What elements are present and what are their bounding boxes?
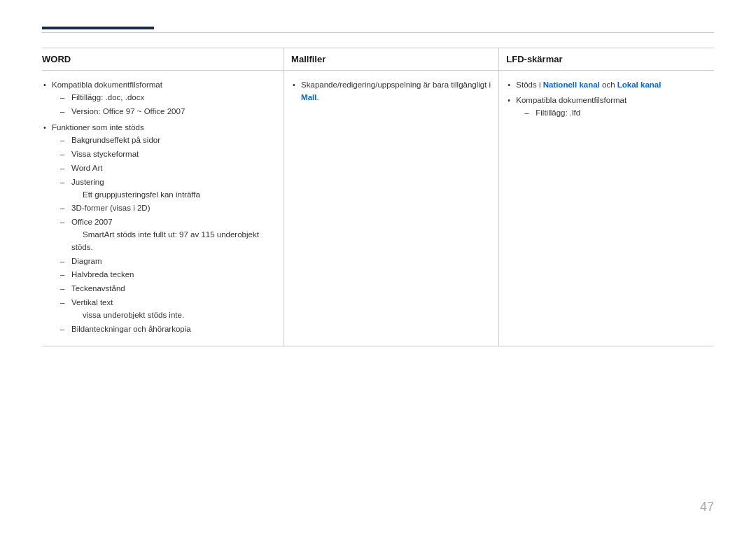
page: WORD Mallfiler LFD-skärmar Kompatibla do… bbox=[0, 0, 756, 534]
lfd-column-cell: Stöds i Nationell kanal och Lokal kanal … bbox=[499, 71, 714, 346]
page-number: 47 bbox=[700, 500, 714, 514]
word-dash-item-filtilagg: Filtillägg: .doc, .docx bbox=[60, 92, 276, 104]
word-dash-list-2: Bakgrundseffekt på sidor Vissa styckefor… bbox=[60, 134, 276, 335]
top-decorative-bar bbox=[42, 27, 154, 29]
lfd-bullet-item-1: Stöds i Nationell kanal och Lokal kanal bbox=[506, 79, 707, 92]
word-bullet-list: Kompatibla dokumentfilsformat Filtillägg… bbox=[42, 79, 276, 335]
mallfiler-bullet-item-1: Skapande/redigering/uppspelning är bara … bbox=[291, 79, 491, 104]
lfd-local-highlight: Lokal kanal bbox=[617, 80, 662, 89]
content-table: WORD Mallfiler LFD-skärmar Kompatibla do… bbox=[42, 48, 714, 346]
word-bullet-item-1: Kompatibla dokumentfilsformat Filtillägg… bbox=[42, 79, 276, 118]
word-dash-list-1: Filtillägg: .doc, .docx Version: Office … bbox=[60, 92, 276, 118]
lfd-dash-list: Filtillägg: .lfd bbox=[524, 107, 707, 120]
word-dash-item-version: Version: Office 97 ~ Office 2007 bbox=[60, 106, 276, 118]
mallfiler-column-cell: Skapande/redigering/uppspelning är bara … bbox=[284, 71, 499, 346]
lfd-national-highlight: Nationell kanal bbox=[543, 80, 600, 89]
table-row: Kompatibla dokumentfilsformat Filtillägg… bbox=[42, 71, 714, 346]
mallfiler-bullet-list: Skapande/redigering/uppspelning är bara … bbox=[291, 79, 491, 104]
lfd-och: och bbox=[600, 80, 617, 89]
word-dash-bakgrund: Bakgrundseffekt på sidor bbox=[60, 134, 276, 147]
word-dash-diagram: Diagram bbox=[60, 255, 276, 268]
word-dash-justering-sub: Ett gruppjusteringsfel kan inträffa bbox=[71, 190, 200, 199]
word-dash-3d: 3D-former (visas i 2D) bbox=[60, 202, 276, 215]
lfd-bullet-item-2: Kompatibla dokumentfilsformat Filtillägg… bbox=[506, 94, 707, 120]
word-dash-vertikal: Vertikal text vissa underobjekt stöds in… bbox=[60, 297, 276, 322]
lfd-bullet-2-text: Kompatibla dokumentfilsformat bbox=[516, 96, 626, 104]
lfd-stods-pre: Stöds i bbox=[516, 80, 542, 89]
mallfiler-mall-highlight: Mall bbox=[301, 93, 316, 101]
word-bullet-item-2: Funktioner som inte stöds Bakgrundseffek… bbox=[42, 122, 276, 335]
word-dash-justering: Justering Ett gruppjusteringsfel kan int… bbox=[60, 176, 276, 202]
col-header-mallfiler: Mallfiler bbox=[284, 48, 499, 71]
lfd-bullet-list: Stöds i Nationell kanal och Lokal kanal … bbox=[506, 79, 707, 119]
mallfiler-bullet-1-pre: Skapande/redigering/uppspelning är bara … bbox=[301, 80, 491, 89]
word-bullet-2-text: Funktioner som inte stöds bbox=[52, 123, 144, 132]
word-dash-wordart: Word Art bbox=[60, 162, 276, 175]
word-dash-teckenavstand: Teckenavstånd bbox=[60, 283, 276, 295]
word-dash-office2007-sub: SmartArt stöds inte fullt ut: 97 av 115 … bbox=[71, 230, 259, 251]
col-header-word: WORD bbox=[42, 48, 284, 71]
word-column-cell: Kompatibla dokumentfilsformat Filtillägg… bbox=[42, 71, 284, 346]
mallfiler-bullet-1-suffix: . bbox=[316, 93, 318, 101]
word-dash-stycke: Vissa styckeformat bbox=[60, 148, 276, 161]
word-dash-office2007: Office 2007 SmartArt stöds inte fullt ut… bbox=[60, 216, 276, 253]
lfd-dash-filtilagg: Filtillägg: .lfd bbox=[524, 107, 707, 120]
col-header-lfd: LFD-skärmar bbox=[499, 48, 714, 71]
word-dash-vertikal-sub: vissa underobjekt stöds inte. bbox=[71, 311, 184, 319]
top-horizontal-line bbox=[42, 32, 714, 33]
main-content-area: WORD Mallfiler LFD-skärmar Kompatibla do… bbox=[42, 48, 714, 478]
word-bullet-1-text: Kompatibla dokumentfilsformat bbox=[52, 80, 162, 89]
word-dash-halvbreda: Halvbreda tecken bbox=[60, 269, 276, 281]
word-dash-bildanteckningar: Bildanteckningar och åhörarkopia bbox=[60, 323, 276, 336]
